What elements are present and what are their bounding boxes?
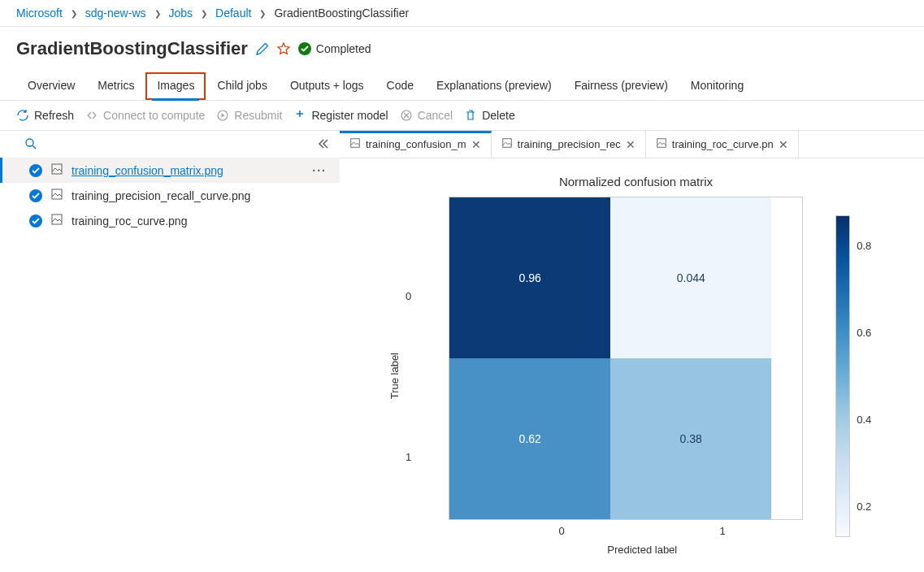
title-row: GradientBoostingClassifier Completed bbox=[0, 27, 924, 64]
heatmap-cell: 0.38 bbox=[610, 358, 771, 519]
star-icon[interactable] bbox=[277, 42, 290, 55]
tab-outputs-logs[interactable]: Outputs + logs bbox=[279, 72, 375, 100]
xtick: 1 bbox=[642, 525, 803, 537]
status-badge: Completed bbox=[298, 42, 371, 55]
svg-point-2 bbox=[26, 139, 33, 146]
refresh-button[interactable]: Refresh bbox=[16, 109, 74, 122]
edit-icon[interactable] bbox=[256, 42, 269, 55]
content-tab-label: training_precision_rec bbox=[518, 138, 621, 150]
heatmap-cell: 0.96 bbox=[449, 197, 610, 358]
colorbar-tick: 0.4 bbox=[857, 414, 871, 426]
file-sidebar: training_confusion_matrix.png ··· traini… bbox=[0, 131, 340, 572]
toolbar: Refresh Connect to compute Resubmit Regi… bbox=[0, 101, 924, 130]
file-name: training_confusion_matrix.png bbox=[72, 164, 223, 177]
collapse-sidebar-icon[interactable] bbox=[317, 138, 328, 152]
file-item[interactable]: training_precision_recall_curve.png bbox=[0, 183, 340, 208]
more-icon[interactable]: ··· bbox=[312, 164, 327, 177]
register-label: Register model bbox=[311, 109, 388, 122]
check-circle-icon bbox=[29, 164, 42, 177]
chart-xlabel: Predicted label bbox=[481, 544, 803, 556]
cancel-label: Cancel bbox=[418, 109, 453, 122]
check-circle-icon bbox=[298, 42, 311, 55]
tab-images[interactable]: Images bbox=[145, 72, 206, 100]
register-model-button[interactable]: Register model bbox=[293, 109, 388, 122]
close-icon[interactable]: ✕ bbox=[471, 138, 481, 151]
content-tab-label: training_roc_curve.pn bbox=[672, 138, 774, 150]
svg-rect-6 bbox=[351, 139, 360, 148]
main-split: training_confusion_matrix.png ··· traini… bbox=[0, 130, 924, 572]
tab-fairness[interactable]: Fairness (preview) bbox=[563, 72, 679, 100]
tab-overview[interactable]: Overview bbox=[16, 72, 86, 100]
colorbar-gradient bbox=[835, 215, 850, 537]
heatmap-cell: 0.62 bbox=[449, 358, 610, 519]
connect-label: Connect to compute bbox=[103, 109, 205, 122]
colorbar-tick: 0.6 bbox=[857, 327, 871, 339]
colorbar-tick: 0.2 bbox=[857, 500, 871, 513]
chart-yticks: 0 1 bbox=[406, 215, 416, 537]
chart-area: Normalized confusion matrix True label 0… bbox=[340, 158, 924, 572]
content-tab[interactable]: training_confusion_m ✕ bbox=[340, 131, 492, 158]
file-name: training_roc_curve.png bbox=[72, 214, 187, 228]
file-item[interactable]: training_roc_curve.png bbox=[0, 208, 340, 233]
xtick: 0 bbox=[481, 525, 642, 537]
svg-rect-8 bbox=[657, 139, 666, 148]
colorbar: 0.8 0.6 0.4 0.2 bbox=[835, 215, 871, 537]
tab-code[interactable]: Code bbox=[375, 72, 425, 100]
delete-button[interactable]: Delete bbox=[464, 109, 514, 122]
page-title: GradientBoostingClassifier bbox=[16, 38, 248, 59]
image-file-icon bbox=[656, 137, 667, 151]
file-item[interactable]: training_confusion_matrix.png ··· bbox=[0, 158, 340, 183]
ytick: 0 bbox=[406, 290, 411, 302]
image-file-icon bbox=[50, 188, 63, 203]
delete-label: Delete bbox=[482, 109, 514, 122]
tab-explanations[interactable]: Explanations (preview) bbox=[425, 72, 563, 100]
tab-child-jobs[interactable]: Child jobs bbox=[206, 72, 278, 100]
content-tab[interactable]: training_roc_curve.pn ✕ bbox=[646, 131, 799, 158]
breadcrumb-link[interactable]: Microsoft bbox=[16, 6, 63, 20]
cancel-button: Cancel bbox=[400, 109, 453, 122]
close-icon[interactable]: ✕ bbox=[626, 138, 636, 151]
chevron-right-icon: ❯ bbox=[259, 9, 266, 18]
chevron-right-icon: ❯ bbox=[201, 9, 207, 18]
breadcrumb-current: GradientBoostingClassifier bbox=[274, 6, 409, 20]
tab-metrics[interactable]: Metrics bbox=[86, 72, 145, 100]
svg-rect-5 bbox=[52, 214, 62, 224]
tab-row: Overview Metrics Images Child jobs Outpu… bbox=[0, 64, 924, 101]
heatmap-cell: 0.044 bbox=[610, 197, 771, 358]
chevron-right-icon: ❯ bbox=[154, 9, 161, 18]
resubmit-button: Resubmit bbox=[216, 109, 282, 122]
close-icon[interactable]: ✕ bbox=[779, 138, 788, 151]
refresh-label: Refresh bbox=[34, 109, 74, 122]
breadcrumb: Microsoft ❯ sdg-new-ws ❯ Jobs ❯ Default … bbox=[0, 0, 924, 27]
status-text: Completed bbox=[316, 42, 371, 55]
image-file-icon bbox=[349, 137, 361, 151]
content-tab-row: training_confusion_m ✕ training_precisio… bbox=[340, 131, 924, 158]
confusion-matrix-heatmap: 0.960.0440.620.38 bbox=[449, 197, 803, 520]
breadcrumb-link[interactable]: Default bbox=[215, 6, 251, 20]
chevron-right-icon: ❯ bbox=[71, 9, 77, 18]
content-tab[interactable]: training_precision_rec ✕ bbox=[492, 131, 646, 158]
content-tab-label: training_confusion_m bbox=[366, 138, 466, 150]
colorbar-tick: 0.8 bbox=[857, 240, 871, 252]
check-circle-icon bbox=[29, 189, 42, 202]
content-pane: training_confusion_m ✕ training_precisio… bbox=[340, 131, 924, 572]
connect-button: Connect to compute bbox=[85, 109, 205, 122]
image-file-icon bbox=[50, 162, 63, 178]
file-list: training_confusion_matrix.png ··· traini… bbox=[0, 158, 340, 233]
file-name: training_precision_recall_curve.png bbox=[72, 189, 250, 202]
image-file-icon bbox=[501, 137, 513, 151]
image-file-icon bbox=[50, 213, 63, 228]
resubmit-label: Resubmit bbox=[234, 109, 282, 122]
breadcrumb-link[interactable]: Jobs bbox=[169, 6, 193, 20]
search-icon[interactable] bbox=[24, 137, 37, 153]
tab-monitoring[interactable]: Monitoring bbox=[679, 72, 755, 100]
breadcrumb-link[interactable]: sdg-new-ws bbox=[85, 6, 146, 20]
svg-rect-3 bbox=[52, 164, 62, 174]
chart-title: Normalized confusion matrix bbox=[372, 175, 900, 188]
ytick: 1 bbox=[406, 451, 411, 463]
chart-ylabel: True label bbox=[388, 353, 401, 399]
svg-rect-7 bbox=[502, 139, 511, 148]
chart-xticks: 0 1 bbox=[481, 525, 803, 537]
colorbar-ticks: 0.8 0.6 0.4 0.2 bbox=[857, 215, 871, 537]
svg-rect-4 bbox=[52, 189, 62, 199]
